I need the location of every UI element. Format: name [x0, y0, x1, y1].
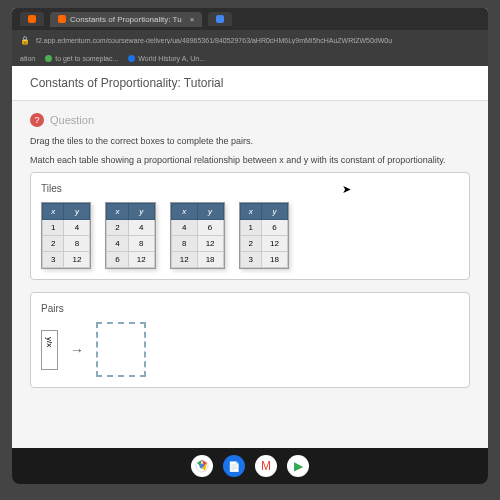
- lock-icon: 🔒: [20, 36, 30, 45]
- tile-1[interactable]: xy1428312: [41, 202, 91, 269]
- play-icon[interactable]: ▶: [287, 455, 309, 477]
- question-header: ? Question: [30, 113, 470, 127]
- tab-bar: Constants of Proportionality: Tu×: [12, 8, 488, 30]
- tab-label: Constants of Proportionality: Tu: [70, 15, 182, 24]
- help-icon: [45, 55, 52, 62]
- tab-2[interactable]: Constants of Proportionality: Tu×: [50, 12, 202, 27]
- fraction-box: y/x: [41, 330, 58, 370]
- url-bar: 🔒 f2.app.edmentum.com/courseware-deliver…: [12, 30, 488, 50]
- tiles-label: Tiles: [41, 183, 459, 194]
- drop-zone[interactable]: [96, 322, 146, 377]
- arrow-icon: →: [70, 342, 84, 358]
- screen: Constants of Proportionality: Tu× 🔒 f2.a…: [12, 8, 488, 448]
- favicon-icon: [58, 15, 66, 23]
- tiles-section: Tiles xy1428312 xy2448612 xy468121218 xy…: [30, 172, 470, 280]
- instruction-2: Match each table showing a proportional …: [30, 154, 470, 167]
- tiles-row: xy1428312 xy2448612 xy468121218 xy162123…: [41, 202, 459, 269]
- tile-4[interactable]: xy16212318: [239, 202, 289, 269]
- pairs-section: Pairs y/x →: [30, 292, 470, 388]
- pairs-label: Pairs: [41, 303, 459, 314]
- page-content: Constants of Proportionality: Tutorial ?…: [12, 66, 488, 448]
- pairs-content: y/x →: [41, 322, 459, 377]
- close-icon[interactable]: ×: [190, 15, 195, 24]
- cursor-icon: ➤: [342, 183, 351, 196]
- tile-2[interactable]: xy2448612: [105, 202, 155, 269]
- bookmark-2[interactable]: to get to someplac...: [45, 55, 118, 62]
- globe-icon: [128, 55, 135, 62]
- bookmark-3[interactable]: World History A, Un...: [128, 55, 205, 62]
- shelf: 📄 M ▶: [12, 448, 488, 484]
- question-label: Question: [50, 114, 94, 126]
- bookmark-1[interactable]: ation: [20, 55, 35, 62]
- question-icon: ?: [30, 113, 44, 127]
- favicon-icon: [28, 15, 36, 23]
- bookmark-bar: ation to get to someplac... World Histor…: [12, 50, 488, 66]
- google-icon: [216, 15, 224, 23]
- page-body: ? Question Drag the tiles to the correct…: [12, 101, 488, 400]
- laptop-frame: Constants of Proportionality: Tu× 🔒 f2.a…: [0, 0, 500, 500]
- gmail-icon[interactable]: M: [255, 455, 277, 477]
- page-title: Constants of Proportionality: Tutorial: [12, 66, 488, 101]
- docs-icon[interactable]: 📄: [223, 455, 245, 477]
- tile-3[interactable]: xy468121218: [170, 202, 225, 269]
- tab-3[interactable]: [208, 12, 232, 26]
- chrome-icon[interactable]: [191, 455, 213, 477]
- instruction-1: Drag the tiles to the correct boxes to c…: [30, 135, 470, 148]
- tab-1[interactable]: [20, 12, 44, 26]
- url-text[interactable]: f2.app.edmentum.com/courseware-delivery/…: [36, 37, 480, 44]
